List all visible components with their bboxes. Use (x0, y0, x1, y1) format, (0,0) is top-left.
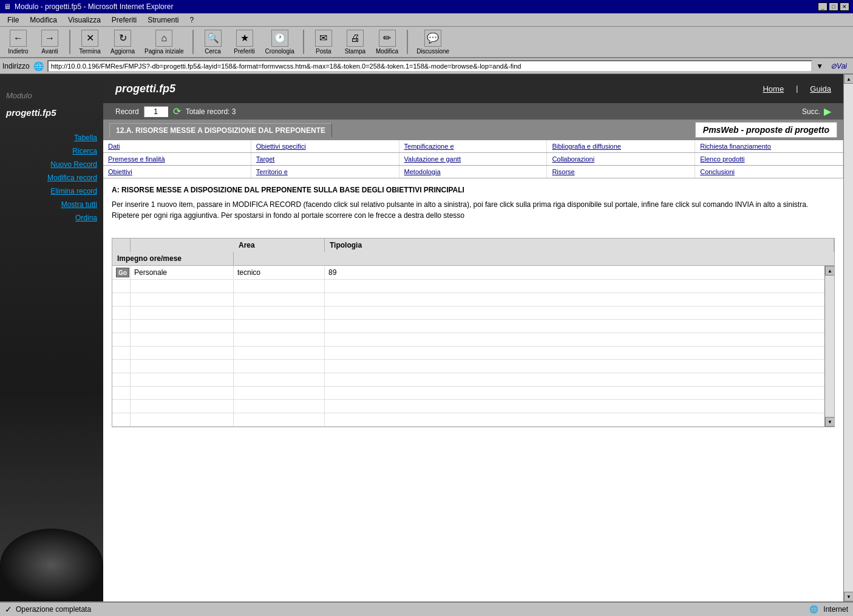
refresh-label: Aggiorna (110, 48, 135, 55)
favorites-button[interactable]: ★ Preferiti (230, 29, 259, 56)
home-button[interactable]: ⌂ Pagina iniziale (141, 29, 188, 56)
portal-tipologia-cell-3 (234, 293, 325, 306)
stop-button[interactable]: ✕ Termina (75, 29, 104, 56)
sidebar-title: progetti.fp5 (0, 105, 103, 125)
tab-risorse[interactable]: Risorse (547, 166, 695, 178)
sidebar-item-nuovo-record[interactable]: Nuovo Record (0, 158, 103, 171)
history-icon: 🕐 (271, 30, 288, 47)
tab-obiettivi[interactable]: Obiettivi (103, 166, 251, 178)
sidebar-item-ordina[interactable]: Ordina (0, 211, 103, 225)
nav-tabs-row1: Dati Obiettivi specifici Tempificazione … (103, 140, 843, 153)
main-scroll-up[interactable]: ▲ (844, 74, 853, 84)
print-label: Stampa (345, 48, 365, 55)
address-label: Indirizzo (2, 62, 30, 70)
tab-obiettivi-specifici[interactable]: Obiettivi specifici (251, 140, 399, 152)
close-button[interactable]: ✕ (840, 2, 849, 11)
back-button[interactable]: ← Indietro (4, 29, 33, 56)
tab-bibliografia[interactable]: Bibliografia e diffusione (547, 140, 695, 152)
menu-help[interactable]: ? (185, 15, 199, 25)
sidebar-item-ricerca[interactable]: Ricerca (0, 144, 103, 158)
sidebar-item-tabella[interactable]: Tabella (0, 131, 103, 144)
forward-button[interactable]: → Avanti (35, 29, 64, 56)
main-scroll-track (844, 84, 853, 592)
portal-body: Go Personale tecnico 89 (112, 266, 834, 427)
portal-row (112, 387, 834, 400)
minimize-button[interactable]: _ (818, 2, 828, 11)
tab-dati[interactable]: Dati (103, 140, 251, 152)
tab-tempificazione[interactable]: Tempificazione e (399, 140, 548, 152)
stop-icon: ✕ (81, 30, 98, 47)
portal-go-cell-1: Go (112, 266, 131, 279)
print-button[interactable]: 🖨 Stampa (341, 29, 370, 56)
next-button[interactable]: ▶ (824, 106, 831, 117)
address-input[interactable] (47, 60, 813, 72)
record-number-input[interactable] (144, 106, 168, 117)
portal-row (112, 400, 834, 413)
portal-row (112, 413, 834, 427)
portal-row (112, 373, 834, 387)
search-button[interactable]: 🔍 Cerca (199, 29, 228, 56)
print-icon: 🖨 (347, 30, 364, 47)
portal-area-cell-1: Personale (131, 266, 234, 279)
main-scrollbar: ▲ ▼ (843, 74, 853, 601)
main-scroll-down[interactable]: ▼ (844, 592, 853, 601)
tab-elenco-prodotti[interactable]: Elenco prodotti (695, 153, 843, 165)
search-label: Cerca (205, 48, 221, 55)
portal-scroll-track (825, 276, 834, 417)
menu-strumenti[interactable]: Strumenti (143, 15, 183, 25)
sidebar-item-mostra-tutti[interactable]: Mostra tutti (0, 198, 103, 211)
content-heading: A: RISORSE MESSE A DISPOSIZIONE DAL PREP… (112, 184, 835, 195)
tab-premesse[interactable]: Premesse e finalità (103, 153, 251, 165)
portal-area-cell-2 (131, 280, 234, 293)
window-controls[interactable]: _ □ ✕ (818, 2, 849, 11)
tab-collaborazioni[interactable]: Collaborazioni (547, 153, 695, 165)
record-bar: Record ⟳ Totale record: 3 Succ. ▶ (103, 103, 843, 120)
menu-modifica[interactable]: Modifica (25, 15, 62, 25)
portal-col-tipologia: Tipologia (325, 239, 834, 252)
portal-header: Area Tipologia Impegno ore/mese (112, 239, 834, 266)
tab-territorio[interactable]: Territorio e (251, 166, 399, 178)
mail-button[interactable]: ✉ Posta (309, 29, 338, 56)
section-header: 12.A. RISORSE MESSE A DISPOSIZIONE DAL P… (103, 120, 843, 140)
portal-go-button-1[interactable]: Go (116, 268, 129, 277)
separator-2 (192, 30, 194, 54)
title-bar-left: 🖥 Modulo - progetti.fp5 - Microsoft Inte… (4, 2, 173, 11)
history-button[interactable]: 🕐 Cronologia (262, 29, 298, 56)
go-button[interactable]: ⊘Vai (827, 62, 851, 70)
portal-go-cell-2 (112, 280, 131, 293)
tab-metodologia[interactable]: Metodologia (399, 166, 548, 178)
header-divider: | (796, 84, 798, 93)
content-instructions: Per inserire 1 nuovo item, passare in MO… (112, 199, 835, 221)
portal-scroll-up[interactable]: ▲ (825, 266, 834, 276)
sidebar-module-label: Modulo (0, 86, 103, 105)
header-links: Home | Guida (763, 84, 831, 93)
refresh-button[interactable]: ↻ Aggiorna (107, 29, 138, 56)
tab-valutazione[interactable]: Valutazione e gantt (399, 153, 548, 165)
tab-target[interactable]: Target (251, 153, 399, 165)
home-link[interactable]: Home (763, 84, 784, 93)
address-icon: 🌐 (33, 61, 44, 71)
sidebar-item-modifica-record[interactable]: Modifica record (0, 171, 103, 184)
content-panel: 12.A. RISORSE MESSE A DISPOSIZIONE DAL P… (103, 120, 843, 601)
menu-preferiti[interactable]: Preferiti (107, 15, 141, 25)
status-message: Operazione completata (16, 605, 91, 614)
portal-row (112, 280, 834, 293)
tab-conclusioni[interactable]: Conclusioni (695, 166, 843, 178)
separator-3 (303, 30, 304, 54)
portal-row (112, 360, 834, 373)
record-refresh-button[interactable]: ⟳ (173, 106, 181, 117)
favorites-label: Preferiti (234, 48, 254, 55)
portal-container: Area Tipologia Impegno ore/mese Go Perso… (112, 238, 835, 427)
menu-file[interactable]: File (2, 15, 24, 25)
edit-button[interactable]: ✏ Modifica (372, 29, 402, 56)
maximize-button[interactable]: □ (829, 2, 838, 11)
sidebar-item-elimina-record[interactable]: Elimina record (0, 184, 103, 198)
menu-visualizza[interactable]: Visualizza (63, 15, 106, 25)
record-label: Record (115, 107, 139, 116)
tab-richiesta-finanziamento[interactable]: Richiesta finanziamento (695, 140, 843, 152)
address-dropdown[interactable]: ▼ (816, 62, 823, 70)
portal-scroll-down[interactable]: ▼ (825, 417, 834, 427)
portal-scrollbar: ▲ ▼ (824, 266, 834, 427)
guide-link[interactable]: Guida (810, 84, 831, 93)
discuss-button[interactable]: 💬 Discussione (413, 29, 453, 56)
